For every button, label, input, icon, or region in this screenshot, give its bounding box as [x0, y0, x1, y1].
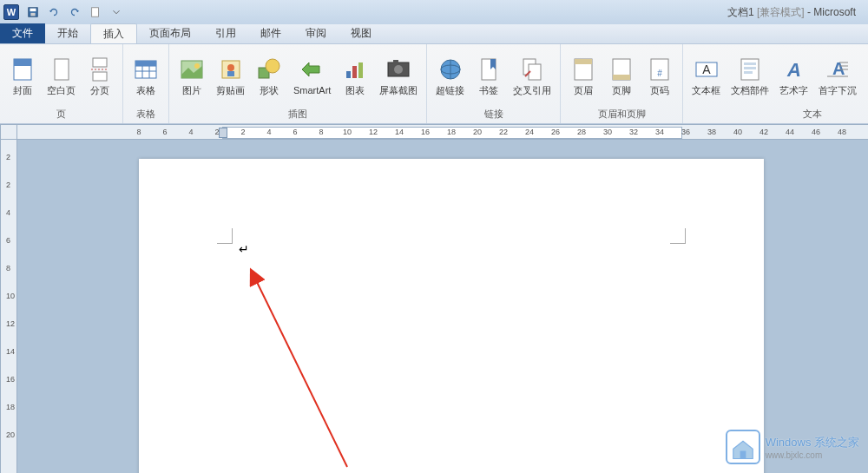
ruler-h-tick: 30 [603, 128, 612, 136]
bookmark-icon [475, 56, 503, 83]
svg-rect-8 [93, 72, 107, 81]
ruler-h-tick: 2 [214, 128, 219, 136]
screenshot-button[interactable]: 屏幕截图 [376, 54, 421, 98]
svg-rect-25 [358, 62, 363, 78]
textbox-button[interactable]: A 文本框 [688, 54, 724, 98]
blank-page-icon [48, 56, 76, 83]
smartart-icon [299, 56, 326, 83]
document-page[interactable]: ↵ [139, 159, 764, 473]
group-pages: 封面 空白页 分页 页 [0, 44, 123, 123]
chart-button[interactable]: 图表 [338, 54, 372, 98]
group-headerfooter: 页眉 页脚 # 页码 页眉和页脚 [561, 44, 683, 123]
shapes-button[interactable]: 形状 [252, 54, 286, 98]
textbox-icon: A [693, 56, 720, 83]
ruler-h-tick: 10 [343, 128, 352, 136]
svg-rect-28 [393, 60, 398, 63]
smartart-button[interactable]: SmartArt [290, 54, 334, 98]
ruler-h-tick: 16 [421, 128, 430, 136]
watermark: Windows 系统之家 www.bjxlc.com [726, 430, 859, 464]
svg-rect-7 [93, 58, 107, 67]
dropcap-button[interactable]: A 首字下沉 [815, 54, 860, 98]
group-illustrations: 图片 剪贴画 形状 SmartArt 图表 屏幕截图 插图 [169, 44, 427, 123]
document-area: 8642246810121416182022242628303234363840… [0, 124, 868, 473]
clipart-button[interactable]: 剪贴画 [213, 54, 248, 98]
ruler-h-tick: 22 [499, 128, 508, 136]
group-label-pages: 页 [5, 106, 117, 123]
save-icon[interactable] [24, 3, 42, 21]
hyperlink-button[interactable]: 超链接 [432, 54, 468, 98]
hyperlink-icon [437, 56, 464, 83]
svg-rect-3 [92, 8, 99, 17]
svg-rect-38 [613, 75, 630, 80]
svg-rect-23 [346, 71, 351, 78]
pagenum-icon: # [646, 56, 674, 83]
undo-icon[interactable] [45, 3, 62, 21]
shapes-icon [255, 56, 283, 83]
ruler-vertical[interactable]: 22468101214161820 [0, 140, 17, 473]
ruler-v-tick: 20 [6, 430, 15, 439]
qat-dropdown-icon[interactable] [108, 3, 125, 21]
ruler-horizontal[interactable]: 8642246810121416182022242628303234363840… [17, 124, 868, 140]
svg-rect-15 [135, 61, 156, 66]
header-icon [569, 56, 597, 83]
ruler-h-tick: 6 [162, 128, 167, 136]
ruler-h-tick: 34 [655, 128, 664, 136]
ruler-h-tick: 46 [812, 128, 820, 136]
ruler-h-tick: 8 [319, 128, 323, 136]
group-label-links: 链接 [432, 106, 555, 123]
ruler-h-tick: 24 [525, 128, 534, 136]
page-break-button[interactable]: 分页 [82, 54, 117, 98]
ruler-h-tick: 32 [629, 128, 638, 136]
crossref-icon [518, 56, 546, 83]
bookmark-button[interactable]: 书签 [471, 54, 506, 98]
ruler-v-tick: 18 [6, 403, 15, 411]
table-icon [132, 56, 160, 83]
footer-icon [608, 56, 635, 83]
group-tables: 表格 表格 [123, 44, 169, 123]
tab-references[interactable]: 引用 [203, 23, 248, 43]
dropcap-icon: A [824, 56, 852, 83]
ruler-v-tick: 12 [6, 319, 15, 328]
ruler-h-tick: 20 [473, 128, 482, 136]
cover-page-button[interactable]: 封面 [5, 54, 40, 98]
tab-mailings[interactable]: 邮件 [248, 23, 293, 43]
ruler-h-tick: 14 [395, 128, 404, 136]
picture-button[interactable]: 图片 [174, 54, 209, 98]
quickparts-button[interactable]: 文档部件 [727, 54, 773, 98]
blank-page-button[interactable]: 空白页 [43, 54, 79, 98]
tab-view[interactable]: 视图 [339, 23, 384, 43]
ruler-v-tick: 2 [6, 181, 10, 189]
header-button[interactable]: 页眉 [566, 54, 601, 98]
ruler-corner[interactable] [0, 124, 17, 140]
tab-home[interactable]: 开始 [45, 23, 90, 43]
crossref-button[interactable]: 交叉引用 [510, 54, 555, 98]
tab-review[interactable]: 审阅 [293, 23, 339, 43]
ruler-h-tick: 42 [760, 128, 768, 136]
wordart-icon: A [780, 56, 808, 83]
svg-rect-5 [14, 59, 31, 66]
window-title: 文档1 [兼容模式] - Microsoft [127, 5, 865, 20]
svg-rect-45 [744, 67, 756, 69]
wordart-button[interactable]: A 艺术字 [776, 54, 812, 98]
tab-file[interactable]: 文件 [0, 23, 45, 43]
ruler-v-tick: 10 [6, 292, 15, 300]
new-doc-icon[interactable] [87, 3, 104, 21]
margin-corner-tr [670, 228, 686, 244]
ruler-h-tick: 2 [240, 128, 245, 136]
page-break-icon [86, 56, 114, 83]
ruler-h-tick: 8 [136, 128, 141, 136]
ruler-h-tick: 4 [188, 128, 193, 136]
ruler-v-tick: 6 [6, 236, 10, 245]
footer-button[interactable]: 页脚 [604, 54, 639, 98]
tab-insert[interactable]: 插入 [90, 23, 137, 43]
svg-rect-46 [744, 71, 753, 74]
ruler-h-tick: 48 [838, 128, 846, 136]
pagenum-button[interactable]: # 页码 [642, 54, 677, 98]
table-button[interactable]: 表格 [128, 54, 163, 98]
tab-layout[interactable]: 页面布局 [137, 23, 203, 43]
redo-icon[interactable] [66, 3, 83, 21]
ruler-h-tick: 26 [551, 128, 560, 136]
screenshot-icon [385, 56, 412, 83]
left-margin-indicator[interactable] [219, 128, 227, 138]
ruler-h-tick: 18 [447, 128, 456, 136]
